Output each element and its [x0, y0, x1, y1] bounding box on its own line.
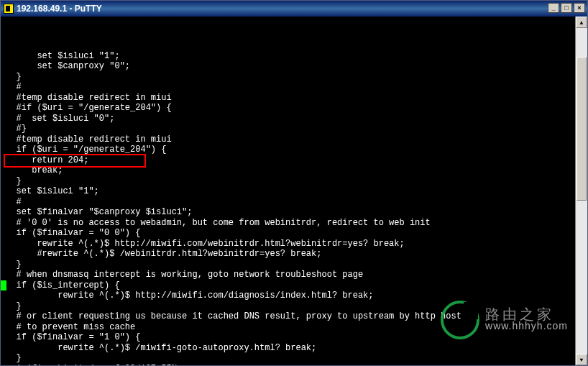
terminal-line: rewrite ^(.*)$ /miwifi-goto-autoproxy.ht… — [1, 343, 575, 354]
maximize-button[interactable]: □ — [561, 3, 572, 13]
terminal-line: } — [1, 260, 575, 270]
terminal-line: # '0 0' is no access to webadmin, but co… — [1, 218, 575, 229]
terminal-line: if ($finalvar = "1 0") { — [1, 332, 575, 343]
terminal-line: set $isluci "1"; — [1, 51, 575, 62]
terminal-line: set $isluci "1"; — [1, 186, 575, 197]
terminal-line: # set $isluci "0"; — [1, 114, 575, 124]
terminal-line: if ($uri = "/generate_204") { — [1, 145, 575, 155]
terminal-line: break; — [1, 165, 575, 176]
terminal-line: #} — [1, 124, 575, 134]
terminal-area[interactable]: set $isluci "1"; set $canproxy "0"; } # … — [1, 17, 575, 365]
terminal-line: # when dnsmasq intercept is working, got… — [1, 270, 575, 280]
putty-window: 192.168.49.1 - PuTTY _ □ × set $isluci "… — [0, 0, 588, 366]
scroll-up-button[interactable]: ▲ — [576, 17, 587, 28]
terminal-line: rewrite ^(.*)$ http://miwifi.com/webinit… — [1, 239, 575, 250]
terminal-line: # — [1, 197, 575, 208]
terminal-line: #if ($uri = "/generate_204") { — [1, 103, 575, 114]
terminal-line: #rewrite ^(.*)$ /webinitrdr.html?webinit… — [1, 249, 575, 260]
terminal-line: set $finalvar "$canproxy $isluci"; — [1, 207, 575, 218]
scroll-down-button[interactable]: ▼ — [576, 354, 587, 365]
terminal-line: } — [1, 176, 575, 187]
vertical-scrollbar[interactable]: ▲ ▼ — [575, 17, 587, 365]
close-button[interactable]: × — [574, 3, 585, 13]
window-title: 192.168.49.1 - PuTTY — [17, 4, 102, 14]
terminal-line: rewrite ^(.*)$ http://miwifi.com/diagnos… — [1, 290, 575, 301]
terminal-line: # or client requesting us because it cac… — [1, 311, 575, 322]
terminal-line: if ($finalvar = "0 0") { — [1, 228, 575, 239]
window-controls: _ □ × — [548, 3, 585, 13]
terminal-line: #temp disable redirect in miui — [1, 134, 575, 145]
terminal-line: if ($is_intercept) { — [1, 280, 575, 291]
putty-icon — [4, 4, 14, 14]
terminal-line: # — [1, 82, 575, 93]
terminal-line: #temp disable redirect in miui — [1, 93, 575, 104]
terminal-line: } — [1, 353, 575, 364]
scroll-thumb[interactable] — [576, 57, 587, 201]
cursor-marker — [1, 280, 6, 290]
terminal-line: # to prevent miss cache — [1, 322, 575, 333]
scroll-track[interactable] — [576, 28, 587, 354]
terminal-line: } — [1, 301, 575, 312]
terminal-line: return 204; — [1, 155, 575, 166]
titlebar[interactable]: 192.168.49.1 - PuTTY _ □ × — [1, 1, 587, 17]
terminal-line: set $canproxy "0"; — [1, 61, 575, 72]
terminal-line: - miwifi-webinitrd.conf 93/167 55% — [1, 364, 575, 366]
terminal-line: } — [1, 72, 575, 83]
minimize-button[interactable]: _ — [548, 3, 559, 13]
